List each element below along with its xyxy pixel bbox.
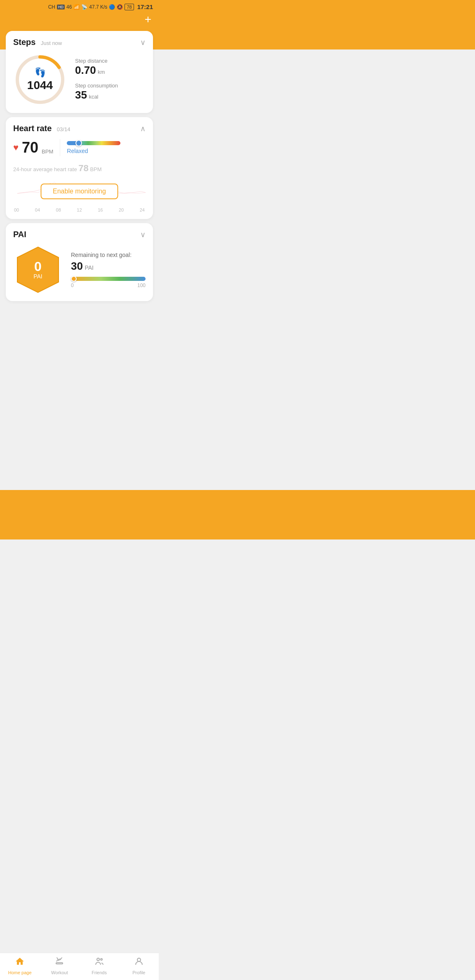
- pai-goal-value: 30: [71, 260, 83, 272]
- add-button[interactable]: +: [145, 14, 151, 25]
- heart-rate-card-header: Heart rate 03/14 ∧: [13, 124, 146, 133]
- heart-status-dot: [75, 140, 82, 146]
- heart-rate-title-group: Heart rate 03/14: [13, 124, 70, 133]
- footprint-icon: 👣: [35, 67, 46, 78]
- top-add-area: +: [0, 12, 159, 31]
- enable-monitoring-button[interactable]: Enable monitoring: [40, 184, 118, 199]
- battery-icon: 78: [125, 4, 134, 10]
- steps-circle-inner: 👣 1044: [13, 53, 67, 106]
- step-consumption-unit: kcal: [89, 94, 98, 100]
- pai-title: PAI: [13, 230, 26, 239]
- bpm-value: 70: [22, 139, 38, 156]
- pai-progress-bar: [71, 277, 146, 281]
- bpm-unit: BPM: [42, 148, 53, 155]
- pai-progress-dot: [71, 276, 77, 282]
- heart-rate-chevron-icon[interactable]: ∧: [140, 124, 146, 133]
- pai-axis-min: 0: [71, 283, 74, 288]
- pai-content: 0 PAI Remaining to next goal: 30 PAI 0 1…: [13, 245, 146, 294]
- step-distance-label: Step distance: [75, 58, 118, 64]
- pai-stats: Remaining to next goal: 30 PAI 0 100: [71, 252, 146, 288]
- signal-bars-icon: 📶: [73, 4, 80, 10]
- pai-value: 0: [34, 260, 42, 273]
- steps-count: 1044: [27, 79, 53, 92]
- pai-card: PAI ∨ 0 PAI Remaining to next goal: 30 P…: [6, 223, 153, 301]
- heart-status-bar: [67, 141, 120, 145]
- heart-avg-label: 24-hour average heart rate: [13, 166, 77, 172]
- steps-title-group: Steps Just now: [13, 38, 62, 47]
- pai-chevron-icon[interactable]: ∨: [140, 230, 146, 239]
- time-label-08: 08: [56, 207, 61, 212]
- time-label-04: 04: [35, 207, 40, 212]
- pai-hexagon: 0 PAI: [13, 245, 63, 294]
- steps-card: Steps Just now ∨ 👣 1044 Step distance: [6, 31, 153, 113]
- heart-chart-wrap: Enable monitoring: [13, 177, 146, 206]
- signal-4g: 46: [66, 4, 72, 10]
- time-label-12: 12: [77, 207, 82, 212]
- steps-content: 👣 1044 Step distance 0.70 km Step consum…: [13, 53, 146, 106]
- time-label-20: 20: [119, 207, 124, 212]
- wifi-icon: 📡: [81, 4, 87, 10]
- heart-avg: 24-hour average heart rate 78 BPM: [13, 163, 146, 174]
- bluetooth-icon: 🔵: [109, 4, 115, 10]
- step-distance-unit: km: [98, 69, 105, 75]
- heart-rate-date: 03/14: [57, 126, 71, 132]
- time-display: 17:21: [137, 3, 153, 10]
- heart-avg-value: 78: [78, 163, 88, 173]
- heart-avg-unit: BPM: [90, 166, 101, 172]
- pai-unit-label: PAI: [33, 273, 42, 280]
- pai-axis-max: 100: [137, 283, 146, 288]
- heart-top: ♥ 70 BPM Relaxed: [13, 139, 146, 156]
- pai-card-header: PAI ∨: [13, 230, 146, 239]
- pai-goal-unit: PAI: [85, 264, 94, 271]
- status-bar: CH HD 46 📶 📡 47.7 K/s 🔵 🔕 78 17:21: [0, 0, 159, 12]
- steps-chevron-icon[interactable]: ∨: [140, 38, 146, 47]
- step-consumption-value: 35: [75, 89, 87, 101]
- heart-time-axis: 00 04 08 12 16 20 24: [13, 207, 146, 212]
- time-label-00: 00: [14, 207, 19, 212]
- wifi-speed: 47.7 K/s: [89, 4, 107, 10]
- heart-bpm-group: ♥ 70 BPM: [13, 139, 60, 156]
- pai-axis: 0 100: [71, 283, 146, 288]
- cards-container: Steps Just now ∨ 👣 1044 Step distance: [0, 31, 159, 301]
- steps-card-header: Steps Just now ∨: [13, 38, 146, 47]
- steps-circle: 👣 1044: [13, 53, 67, 106]
- pai-goal-label: Remaining to next goal:: [71, 252, 146, 258]
- heart-rate-title: Heart rate: [13, 124, 52, 133]
- steps-subtitle: Just now: [41, 40, 62, 46]
- hd-badge: HD: [57, 5, 65, 9]
- heart-relaxed-label: Relaxed: [67, 148, 88, 154]
- silent-icon: 🔕: [117, 4, 123, 10]
- step-consumption-label: Step consumption: [75, 82, 118, 89]
- steps-title: Steps: [13, 38, 35, 47]
- heart-status-group: Relaxed: [67, 141, 120, 154]
- step-distance-value: 0.70: [75, 64, 96, 76]
- pai-hexagon-inner: 0 PAI: [33, 260, 42, 280]
- carrier-label: CH: [48, 4, 55, 10]
- pai-goal-value-group: 30 PAI: [71, 260, 146, 273]
- steps-stats: Step distance 0.70 km Step consumption 3…: [75, 58, 118, 101]
- step-consumption-stat: Step consumption 35 kcal: [75, 82, 118, 101]
- step-distance-stat: Step distance 0.70 km: [75, 58, 118, 77]
- heart-icon: ♥: [13, 142, 19, 153]
- time-label-24: 24: [140, 207, 145, 212]
- heart-rate-card: Heart rate 03/14 ∧ ♥ 70 BPM Relaxed 24-h…: [6, 117, 153, 219]
- time-label-16: 16: [98, 207, 103, 212]
